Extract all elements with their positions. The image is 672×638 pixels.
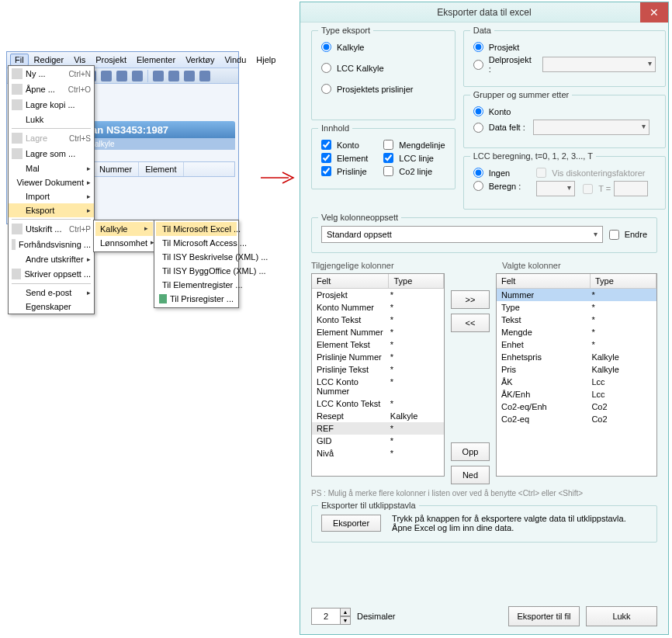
submenu-item[interactable]: Kalkyle▸ <box>95 222 153 236</box>
decimals-input[interactable] <box>311 608 341 625</box>
submenu-item[interactable]: Til Prisregister ... <box>156 292 237 306</box>
tb-icon[interactable] <box>132 71 143 81</box>
chk-lcclinje[interactable] <box>383 153 393 163</box>
list-item[interactable]: Co2-eqCo2 <box>497 413 656 425</box>
submenu-item[interactable]: Til Elementregister ... <box>156 278 237 292</box>
menu-elementer[interactable]: Elementer <box>132 54 180 66</box>
menu-vindu[interactable]: Vindu <box>220 54 251 66</box>
list-item[interactable]: ReseptKalkyle <box>312 410 444 422</box>
list-item[interactable]: ÅK/EnhLcc <box>497 388 656 400</box>
list-item[interactable]: ÅKLcc <box>497 376 656 388</box>
btn-remove-all[interactable]: << <box>451 314 490 332</box>
chk-element[interactable] <box>321 153 331 163</box>
menu-item[interactable]: Åpne ...Ctrl+O <box>9 81 94 97</box>
menu-item[interactable]: Lagre kopi ... <box>9 97 94 113</box>
submenu-item[interactable]: Til ISY Beskrivelse (XML) ... <box>156 250 237 264</box>
input-t[interactable] <box>614 181 648 196</box>
menu-icon <box>12 224 23 234</box>
btn-add-all[interactable]: >> <box>451 290 490 309</box>
list-item[interactable]: REF* <box>312 422 444 435</box>
menu-hjelp[interactable]: Hjelp <box>251 54 280 66</box>
list-item[interactable]: LCC Konto Tekst* <box>312 397 444 410</box>
combo-oppsett[interactable]: Standard oppsett <box>321 226 603 243</box>
selected-columns-list[interactable]: FeltTypeNummer*Type*Tekst*Mengde*Enhet*E… <box>496 273 657 477</box>
radio-ingen[interactable] <box>473 168 483 178</box>
combo-delprosjekt[interactable] <box>542 57 656 72</box>
menu-item[interactable]: LagreCtrl+S <box>9 130 94 146</box>
menu-item[interactable]: Utskrift ...Ctrl+P <box>9 221 94 237</box>
list-item[interactable]: Element Nummer* <box>312 326 444 338</box>
chk-endre[interactable] <box>609 230 619 240</box>
radio-delprosjekt[interactable] <box>473 60 483 70</box>
menu-item[interactable]: Send e-post▸ <box>9 286 94 300</box>
radio-datafelt[interactable] <box>473 123 483 133</box>
list-item[interactable]: PrisKalkyle <box>497 363 656 376</box>
radio-kalkyle[interactable] <box>321 42 331 52</box>
menu-item[interactable]: Forhåndsvisning ... <box>9 237 94 252</box>
btn-down[interactable]: Ned <box>451 466 490 484</box>
list-item[interactable]: LCC Konto Nummer* <box>312 376 444 397</box>
menu-verktoy[interactable]: Verktøy <box>181 54 219 66</box>
menu-item[interactable]: Andre utskrifter▸ <box>9 252 94 266</box>
menu-item[interactable]: Eksport▸ <box>9 203 94 217</box>
radio-prosjekt[interactable] <box>473 42 483 52</box>
col-element[interactable]: Element <box>139 162 183 176</box>
tb-icon[interactable] <box>153 71 164 81</box>
list-item[interactable]: Tekst* <box>497 314 656 326</box>
menu-fil[interactable]: Fil <box>10 54 29 66</box>
radio-beregn[interactable] <box>473 181 483 191</box>
menu-item[interactable]: Viewer Dokument▸ <box>9 175 94 189</box>
menu-vis[interactable]: Vis <box>69 54 90 66</box>
list-item[interactable]: Element Tekst* <box>312 338 444 351</box>
menu-item[interactable]: Import▸ <box>9 189 94 203</box>
tb-icon[interactable] <box>184 71 195 81</box>
chk-konto[interactable] <box>321 140 331 150</box>
radio-konto[interactable] <box>473 106 483 116</box>
chk-prislinje[interactable] <box>321 166 331 176</box>
submenu-item[interactable]: Til Microsoft Access ... <box>156 236 237 250</box>
submenu-item[interactable]: Til ISY ByggOffice (XML) ... <box>156 264 237 278</box>
available-columns-list[interactable]: FeltTypeProsjekt*Konto Nummer*Konto Teks… <box>311 273 445 477</box>
spin-down[interactable]: ▼ <box>340 616 351 625</box>
list-item[interactable]: Mengde* <box>497 326 656 338</box>
submenu-item[interactable]: Lønnsomhet▸ <box>95 236 153 250</box>
btn-up[interactable]: Opp <box>451 442 490 461</box>
close-button[interactable]: ✕ <box>640 2 668 23</box>
col-nummer[interactable]: Nummer <box>93 162 139 176</box>
list-item[interactable]: Prislinje Nummer* <box>312 351 444 363</box>
menu-item[interactable]: Skriver oppsett ... <box>9 266 94 282</box>
spin-up[interactable]: ▲ <box>340 608 351 616</box>
submenu-item[interactable]: Til Microsoft Excel ... <box>156 222 237 236</box>
btn-eksporter-clip[interactable]: Eksporter <box>321 515 381 532</box>
menu-item[interactable]: Ny ...Ctrl+N <box>9 66 94 81</box>
chk-co2linje[interactable] <box>383 166 393 176</box>
menu-item[interactable]: Egenskaper <box>9 300 94 314</box>
list-item[interactable]: EnhetsprisKalkyle <box>497 351 656 363</box>
btn-eksporter-fil[interactable]: Eksporter til fil <box>508 606 580 626</box>
combo-datafelt[interactable] <box>533 120 649 135</box>
tb-icon[interactable] <box>116 71 127 81</box>
radio-lcc-kalkyle[interactable] <box>321 63 331 73</box>
menu-item[interactable]: Mal▸ <box>9 161 94 175</box>
list-item[interactable]: Konto Tekst* <box>312 314 444 326</box>
menu-rediger[interactable]: Rediger <box>29 54 69 66</box>
menu-item[interactable]: Lagre som ... <box>9 146 94 161</box>
btn-lukk[interactable]: Lukk <box>586 606 657 626</box>
menu-item[interactable]: Lukk <box>9 113 94 127</box>
list-item[interactable]: Co2-eq/EnhCo2 <box>497 400 656 413</box>
chk-mengdelinje[interactable] <box>383 140 393 150</box>
menu-prosjekt[interactable]: Prosjekt <box>91 54 131 66</box>
list-item[interactable]: GID* <box>312 435 444 447</box>
radio-prislinjer[interactable] <box>321 84 331 94</box>
tb-icon[interactable] <box>101 71 112 81</box>
tb-icon[interactable] <box>168 71 179 81</box>
list-item[interactable]: Konto Nummer* <box>312 301 444 314</box>
tb-icon[interactable] <box>199 71 210 81</box>
list-item[interactable]: Enhet* <box>497 338 656 351</box>
list-item[interactable]: Type* <box>497 301 656 314</box>
combo-beregn[interactable] <box>536 181 575 196</box>
list-item[interactable]: Prislinje Tekst* <box>312 363 444 376</box>
list-item[interactable]: Prosjekt* <box>312 289 444 301</box>
list-item[interactable]: Nummer* <box>497 289 656 301</box>
list-item[interactable]: Nivå* <box>312 447 444 459</box>
